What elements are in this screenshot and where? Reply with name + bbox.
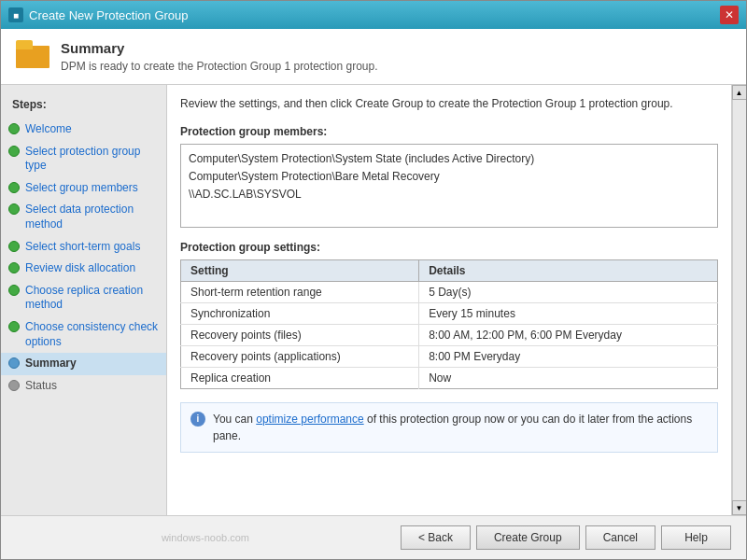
footer-bar: windows-noob.com < Back Create Group Can…: [1, 515, 746, 559]
create-group-button[interactable]: Create Group: [476, 525, 580, 550]
details-4: Now: [419, 367, 718, 388]
table-row: Short-term retention range 5 Day(s): [181, 281, 718, 302]
step-dot-replica-creation: [8, 285, 20, 296]
sidebar-item-replica-creation[interactable]: Choose replica creation method: [1, 280, 166, 316]
cancel-button[interactable]: Cancel: [585, 525, 655, 550]
step-dot-status: [8, 380, 20, 391]
step-label-protection-type: Select protection group type: [25, 145, 159, 174]
content-area: Steps: Welcome Select protection group t…: [1, 85, 746, 515]
sidebar-item-group-members[interactable]: Select group members: [1, 177, 166, 200]
step-label-consistency-check: Choose consistency check options: [25, 320, 159, 349]
step-label-disk-allocation: Review disk allocation: [25, 261, 135, 276]
setting-1: Synchronization: [181, 302, 419, 324]
member-item-2: \\AD.SC.LAB\SYSVOL: [189, 186, 710, 203]
scroll-down-button[interactable]: ▼: [732, 500, 747, 515]
sidebar-item-protection-type[interactable]: Select protection group type: [1, 141, 166, 177]
main-window: ■ Create New Protection Group ✕ Summary …: [0, 0, 747, 560]
step-label-welcome: Welcome: [25, 122, 72, 137]
steps-panel: Steps: Welcome Select protection group t…: [1, 85, 167, 515]
back-button[interactable]: < Back: [401, 525, 471, 550]
setting-0: Short-term retention range: [181, 281, 419, 302]
instruction-text: Review the settings, and then click Crea…: [180, 96, 718, 112]
step-label-status: Status: [25, 379, 57, 394]
info-text: You can optimize performance of this pro…: [213, 411, 708, 444]
col-header-setting: Setting: [181, 259, 419, 281]
setting-4: Replica creation: [181, 367, 419, 388]
step-dot-protection-type: [8, 146, 20, 157]
settings-section-label: Protection group settings:: [180, 241, 718, 254]
steps-header: Steps:: [1, 94, 166, 119]
step-dot-welcome: [8, 123, 20, 134]
step-dot-group-members: [8, 182, 20, 193]
title-bar: ■ Create New Protection Group ✕: [1, 1, 746, 29]
sidebar-item-disk-allocation[interactable]: Review disk allocation: [1, 258, 166, 280]
sidebar-item-short-term[interactable]: Select short-term goals: [1, 236, 166, 259]
header-title: Summary: [61, 40, 378, 56]
table-row: Recovery points (applications) 8:00 PM E…: [181, 345, 718, 367]
help-button[interactable]: Help: [661, 525, 731, 550]
scrollbar: ▲ ▼: [731, 85, 746, 515]
table-row: Recovery points (files) 8:00 AM, 12:00 P…: [181, 324, 718, 345]
step-label-short-term: Select short-term goals: [25, 240, 140, 255]
title-bar-left: ■ Create New Protection Group: [8, 7, 189, 22]
main-content: Review the settings, and then click Crea…: [167, 85, 731, 515]
table-row: Replica creation Now: [181, 367, 718, 388]
table-row: Synchronization Every 15 minutes: [181, 302, 718, 324]
folder-icon: [16, 40, 49, 68]
step-dot-consistency-check: [8, 321, 20, 332]
info-box: i You can optimize performance of this p…: [180, 402, 718, 453]
step-label-summary: Summary: [25, 357, 77, 371]
sidebar-item-consistency-check[interactable]: Choose consistency check options: [1, 316, 166, 353]
details-3: 8:00 PM Everyday: [419, 345, 718, 367]
member-item-0: Computer\System Protection\System State …: [189, 150, 710, 168]
step-label-data-protection: Select data protection method: [25, 203, 159, 231]
header-section: Summary DPM is ready to create the Prote…: [1, 29, 746, 85]
scroll-track[interactable]: [732, 100, 747, 500]
step-label-replica-creation: Choose replica creation method: [25, 284, 159, 313]
details-1: Every 15 minutes: [419, 302, 718, 324]
member-item-1: Computer\System Protection\Bare Metal Re…: [189, 168, 710, 186]
col-header-details: Details: [419, 259, 718, 281]
step-dot-summary: [8, 357, 20, 369]
info-prefix: You can: [213, 413, 256, 426]
step-dot-disk-allocation: [8, 262, 20, 273]
settings-table: Setting Details Short-term retention ran…: [180, 259, 718, 389]
members-section-label: Protection group members:: [180, 125, 718, 138]
sidebar-item-status[interactable]: Status: [1, 375, 166, 398]
window-title: Create New Protection Group: [29, 8, 189, 22]
watermark: windows-noob.com: [16, 532, 395, 543]
scroll-up-button[interactable]: ▲: [732, 85, 747, 100]
sidebar-item-summary[interactable]: Summary: [1, 353, 166, 375]
header-text: Summary DPM is ready to create the Prote…: [61, 40, 378, 73]
close-button[interactable]: ✕: [720, 6, 739, 24]
step-label-group-members: Select group members: [25, 181, 138, 196]
details-2: 8:00 AM, 12:00 PM, 6:00 PM Everyday: [419, 324, 718, 345]
optimize-performance-link[interactable]: optimize performance: [256, 413, 363, 426]
step-dot-data-protection: [8, 203, 20, 215]
step-dot-short-term: [8, 241, 20, 252]
info-icon: i: [190, 412, 205, 427]
header-description: DPM is ready to create the Protection Gr…: [61, 60, 378, 73]
members-box: Computer\System Protection\System State …: [180, 144, 718, 228]
setting-3: Recovery points (applications): [181, 345, 419, 367]
details-0: 5 Day(s): [419, 281, 718, 302]
setting-2: Recovery points (files): [181, 324, 419, 345]
app-icon: ■: [8, 7, 23, 22]
sidebar-item-welcome[interactable]: Welcome: [1, 119, 166, 141]
sidebar-item-data-protection[interactable]: Select data protection method: [1, 199, 166, 235]
